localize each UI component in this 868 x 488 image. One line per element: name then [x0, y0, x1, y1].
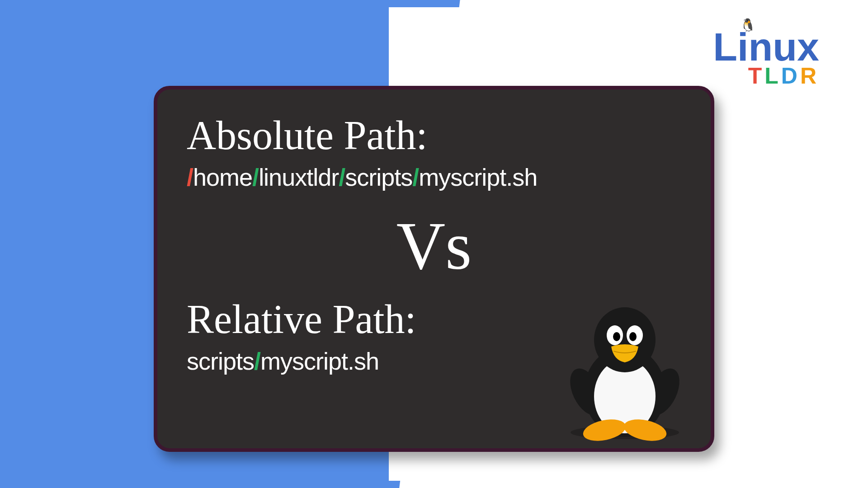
path-segment: myscript.sh	[419, 164, 537, 191]
svg-point-8	[613, 332, 620, 341]
vs-label: Vs	[187, 207, 681, 285]
logo-brand: 🐧 Linux	[713, 27, 819, 67]
path-segment: linuxtldr	[259, 164, 339, 191]
path-segment: scripts	[187, 347, 254, 375]
absolute-path: /home/linuxtldr/scripts/myscript.sh	[187, 163, 681, 191]
path-segment: home	[193, 164, 252, 191]
path-slash: /	[187, 164, 193, 191]
absolute-heading: Absolute Path:	[187, 112, 681, 159]
svg-point-5	[594, 307, 656, 372]
penguin-icon: 🐧	[740, 19, 756, 32]
svg-point-9	[629, 332, 637, 341]
path-slash: /	[254, 347, 260, 375]
path-slash: /	[339, 164, 345, 191]
logo-brand-text: Linux	[713, 24, 819, 69]
tux-penguin-icon	[561, 301, 688, 441]
path-slash: /	[252, 164, 259, 191]
logo-block: 🐧 Linux TLDR	[713, 27, 819, 87]
absolute-section: Absolute Path: /home/linuxtldr/scripts/m…	[187, 112, 681, 191]
path-slash: /	[412, 164, 419, 191]
path-segment: myscript.sh	[260, 347, 379, 375]
main-card: Absolute Path: /home/linuxtldr/scripts/m…	[154, 86, 714, 452]
path-segment: scripts	[345, 164, 412, 191]
